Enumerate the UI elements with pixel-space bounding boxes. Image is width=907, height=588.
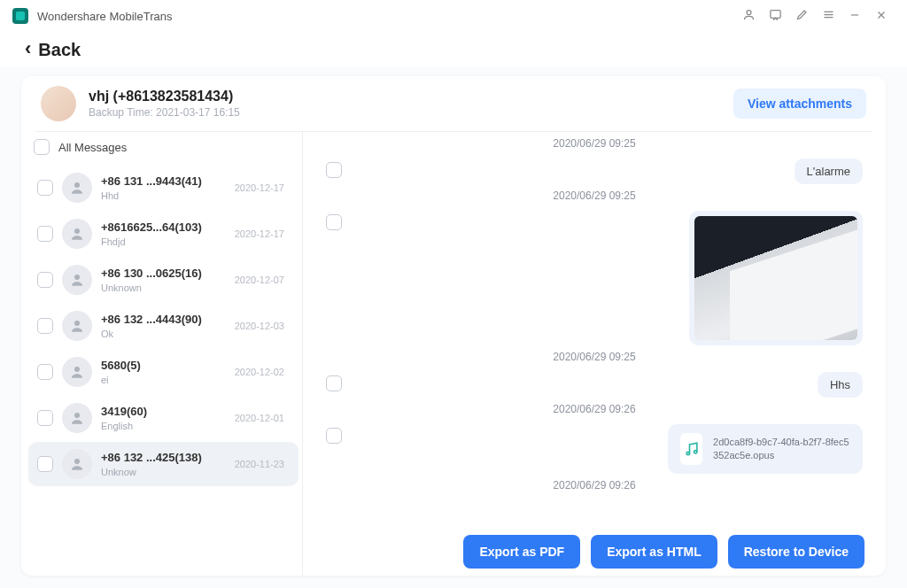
message-checkbox[interactable] bbox=[326, 214, 342, 230]
text-bubble: L'alarme bbox=[795, 159, 863, 184]
all-messages-row[interactable]: All Messages bbox=[27, 132, 302, 164]
message-checkbox[interactable] bbox=[326, 375, 342, 391]
contact-date: 2020-12-17 bbox=[235, 182, 290, 193]
account-icon[interactable] bbox=[735, 8, 762, 24]
person-icon bbox=[62, 219, 92, 249]
export-pdf-button[interactable]: Export as PDF bbox=[463, 535, 580, 569]
contact-checkbox[interactable] bbox=[37, 226, 53, 242]
contact-checkbox[interactable] bbox=[37, 456, 53, 472]
contact-row[interactable]: 5680(5)ei2020-12-02 bbox=[28, 350, 298, 394]
view-attachments-button[interactable]: View attachments bbox=[733, 89, 866, 119]
app-logo bbox=[12, 8, 28, 24]
edit-icon[interactable] bbox=[788, 8, 815, 24]
contact-row[interactable]: +8616625...64(103)Fhdjd2020-12-17 bbox=[28, 212, 298, 256]
close-icon[interactable] bbox=[868, 9, 895, 24]
back-button[interactable]: ‹ Back bbox=[0, 32, 907, 67]
contact-preview: ei bbox=[101, 375, 235, 385]
file-name: 2d0ca8f9-b9c7-40fa-b2f7-8fec5352ac5e.opu… bbox=[713, 436, 850, 462]
message-row: 2d0ca8f9-b9c7-40fa-b2f7-8fec5352ac5e.opu… bbox=[326, 424, 863, 474]
back-label: Back bbox=[38, 40, 81, 60]
contact-date: 2020-12-03 bbox=[235, 321, 290, 331]
svg-point-9 bbox=[686, 452, 689, 454]
menu-icon[interactable] bbox=[815, 8, 841, 24]
restore-button[interactable]: Restore to Device bbox=[728, 535, 864, 569]
minimize-icon[interactable] bbox=[841, 9, 868, 24]
contact-name: +86 130 ...0625(16) bbox=[101, 267, 235, 280]
svg-point-10 bbox=[694, 451, 696, 453]
all-messages-checkbox[interactable] bbox=[34, 139, 50, 155]
contact-list: +86 131 ...9443(41)Hhd2020-12-17+8616625… bbox=[27, 164, 302, 576]
file-bubble[interactable]: 2d0ca8f9-b9c7-40fa-b2f7-8fec5352ac5e.opu… bbox=[668, 424, 863, 474]
message-checkbox[interactable] bbox=[326, 428, 342, 444]
timestamp: 2020/06/29 09:26 bbox=[326, 479, 863, 491]
contact-date: 2020-11-23 bbox=[235, 459, 290, 469]
timestamp: 2020/06/29 09:25 bbox=[326, 137, 863, 150]
contact-date: 2020-12-02 bbox=[235, 367, 290, 377]
contact-date: 2020-12-01 bbox=[235, 413, 290, 423]
person-icon bbox=[62, 449, 92, 479]
svg-point-6 bbox=[74, 367, 80, 372]
contact-preview: Hhd bbox=[101, 190, 235, 201]
svg-point-8 bbox=[74, 459, 80, 464]
message-pane: 2020/06/29 09:25L'alarme2020/06/29 09:25… bbox=[303, 132, 886, 576]
timestamp: 2020/06/29 09:26 bbox=[326, 403, 863, 415]
contact-name: +86 132 ...425(138) bbox=[101, 451, 235, 464]
backup-time: Backup Time: 2021-03-17 16:15 bbox=[89, 106, 240, 119]
contact-name: +86 131 ...9443(41) bbox=[101, 174, 235, 188]
contact-name: +86 132 ...4443(90) bbox=[101, 313, 235, 326]
message-row bbox=[326, 211, 863, 345]
music-note-icon bbox=[680, 433, 702, 465]
contact-row[interactable]: +86 131 ...9443(41)Hhd2020-12-17 bbox=[28, 166, 298, 210]
contact-checkbox[interactable] bbox=[37, 410, 53, 426]
person-icon bbox=[62, 173, 92, 203]
all-messages-label: All Messages bbox=[58, 141, 127, 154]
message-row: L'alarme bbox=[326, 159, 863, 184]
contact-name: 5680(5) bbox=[101, 359, 235, 372]
app-title: Wondershare MobileTrans bbox=[37, 10, 172, 23]
contact-row[interactable]: 3419(60)English2020-12-01 bbox=[28, 396, 298, 440]
contact-preview: Ok bbox=[101, 329, 235, 339]
contact-preview: Unknow bbox=[101, 467, 235, 477]
title-bar: Wondershare MobileTrans bbox=[0, 0, 907, 32]
message-checkbox[interactable] bbox=[326, 162, 342, 178]
svg-point-5 bbox=[74, 321, 80, 326]
person-icon bbox=[62, 357, 92, 387]
contact-date: 2020-12-07 bbox=[235, 275, 290, 285]
timestamp: 2020/06/29 09:25 bbox=[326, 351, 863, 363]
svg-rect-1 bbox=[770, 11, 779, 19]
person-icon bbox=[62, 311, 92, 341]
svg-point-2 bbox=[74, 182, 80, 188]
contact-row[interactable]: +86 132 ...425(138)Unknow2020-11-23 bbox=[28, 442, 298, 486]
svg-point-4 bbox=[74, 275, 80, 280]
contact-row[interactable]: +86 132 ...4443(90)Ok2020-12-03 bbox=[28, 304, 298, 348]
image-bubble[interactable] bbox=[689, 211, 863, 345]
svg-point-0 bbox=[747, 11, 751, 15]
contact-name: 3419(60) bbox=[101, 405, 235, 418]
contact-preview: Fhdjd bbox=[101, 236, 235, 247]
svg-point-7 bbox=[74, 413, 80, 418]
feedback-icon[interactable] bbox=[762, 8, 788, 24]
footer-actions: Export as PDF Export as HTML Restore to … bbox=[463, 535, 864, 569]
card-header: vhj (+8613823581434) Backup Time: 2021-0… bbox=[21, 76, 886, 131]
timestamp: 2020/06/29 09:25 bbox=[326, 190, 863, 202]
sidebar: All Messages +86 131 ...9443(41)Hhd2020-… bbox=[21, 132, 303, 576]
contact-checkbox[interactable] bbox=[37, 318, 53, 334]
avatar bbox=[41, 86, 76, 121]
chevron-left-icon: ‹ bbox=[25, 37, 31, 60]
contact-name: +8616625...64(103) bbox=[101, 220, 235, 234]
person-icon bbox=[62, 265, 92, 295]
svg-point-3 bbox=[74, 228, 80, 234]
contact-checkbox[interactable] bbox=[37, 272, 53, 288]
text-bubble: Hhs bbox=[818, 372, 863, 398]
contact-checkbox[interactable] bbox=[37, 180, 53, 196]
main-card: vhj (+8613823581434) Backup Time: 2021-0… bbox=[21, 76, 886, 576]
contact-date: 2020-12-17 bbox=[235, 228, 290, 239]
image-icon bbox=[694, 216, 857, 340]
conversation-title: vhj (+8613823581434) bbox=[89, 89, 240, 104]
contact-checkbox[interactable] bbox=[37, 364, 53, 380]
message-row: Hhs bbox=[326, 372, 863, 398]
export-html-button[interactable]: Export as HTML bbox=[591, 535, 717, 569]
person-icon bbox=[62, 403, 92, 433]
contact-preview: Unknown bbox=[101, 282, 235, 293]
contact-row[interactable]: +86 130 ...0625(16)Unknown2020-12-07 bbox=[28, 258, 298, 302]
